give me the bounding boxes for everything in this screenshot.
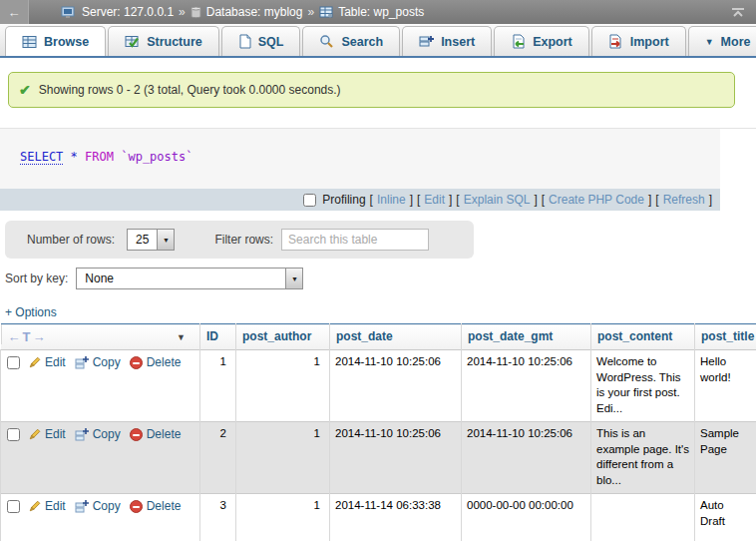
inline-link[interactable]: Inline [377,193,406,207]
column-header-id[interactable]: ID [200,324,236,350]
transpose-icon[interactable]: ←T→ [8,329,48,344]
sql-query-box: SELECT * FROM `wp_posts` Profiling [ Inl… [0,129,720,211]
breadcrumb-separator: » [179,5,186,19]
copy-row-link[interactable]: Copy [75,354,121,370]
column-header-post-title[interactable]: post_title [695,324,756,350]
results-table: ←T→ ▼ ID post_author post_date post_date… [0,323,756,541]
tab-structure[interactable]: Structure [108,26,219,56]
success-check-icon: ✔ [19,82,31,98]
table-row: Edit Copy Delete 1 1 2014-11-10 10:25:06… [1,350,756,422]
sql-star: * [71,150,78,164]
tab-export[interactable]: Export [494,26,589,56]
tab-import[interactable]: Import [591,26,686,56]
bracket: ] [709,193,712,207]
edit-row-link[interactable]: Edit [28,426,66,442]
sql-table-name: `wp_posts` [121,150,192,164]
pencil-icon [28,500,41,513]
breadcrumb-table[interactable]: Table: wp_posts [338,5,424,19]
bracket: [ [417,193,420,207]
server-icon [61,6,77,19]
pencil-icon [28,356,41,369]
row-checkbox[interactable] [7,428,20,441]
cell-post-date: 2014-11-10 10:25:06 [330,350,462,422]
bracket: [ [370,193,373,207]
row-checkbox[interactable] [7,500,20,513]
rows-per-page-select[interactable]: 25 ▼ [127,229,175,251]
tab-label: SQL [258,35,284,49]
cell-post-author: 1 [236,350,330,422]
bracket: [ [655,193,658,207]
cell-post-title: Auto Draft [695,494,756,541]
delete-icon [130,500,143,513]
breadcrumb-database[interactable]: Database: myblog [206,5,303,19]
chevron-down-icon: ▼ [705,37,714,47]
edit-row-link[interactable]: Edit [28,354,66,370]
bracket: ] [449,193,452,207]
options-toggle[interactable]: + Options [5,305,75,319]
import-icon [608,34,623,49]
tab-insert[interactable]: Insert [402,26,492,56]
insert-icon [419,34,434,49]
delete-row-link[interactable]: Delete [130,426,182,442]
status-message: ✔ Showing rows 0 - 2 (3 total, Query too… [8,72,735,108]
select-arrow-icon: ▼ [285,269,302,288]
create-php-code-link[interactable]: Create PHP Code [549,193,644,207]
sort-row: Sort by key: None ▼ [5,268,756,289]
tab-sql[interactable]: SQL [221,26,301,56]
explain-sql-link[interactable]: Explain SQL [464,193,531,207]
search-icon [319,34,334,49]
column-header-post-content[interactable]: post_content [591,324,695,350]
copy-row-link[interactable]: Copy [75,498,121,514]
copy-row-link[interactable]: Copy [75,426,121,442]
tab-label: Export [533,35,572,49]
column-header-post-date[interactable]: post_date [330,324,462,350]
sql-keyword-select[interactable]: SELECT [20,150,63,165]
refresh-link[interactable]: Refresh [663,193,705,207]
edit-row-link[interactable]: Edit [28,498,66,514]
row-actions: Edit Copy Delete [1,494,200,541]
cell-post-author: 1 [236,494,330,541]
table-icon [319,6,333,18]
copy-icon [75,427,89,441]
nav-panel-toggle[interactable]: ← [0,0,29,24]
cell-post-date: 2014-11-14 06:33:38 [330,494,462,541]
bracket: [ [542,193,545,207]
structure-icon [125,35,140,49]
tab-search[interactable]: Search [302,26,400,56]
column-options-icon[interactable]: ▼ [177,332,186,342]
tab-more[interactable]: ▼ More [688,26,756,56]
select-arrow-icon: ▼ [157,230,174,250]
sql-keyword-from: FROM [85,150,114,164]
copy-icon [75,355,89,369]
tab-label: Browse [44,35,89,49]
column-header-post-date-gmt[interactable]: post_date_gmt [462,324,591,350]
collapse-icon[interactable] [730,7,746,18]
column-header-post-author[interactable]: post_author [236,324,330,350]
sql-icon [238,34,251,49]
tab-label: More [721,35,751,49]
cell-id: 1 [200,350,236,422]
delete-label: Delete [147,498,182,514]
cell-post-content: This is an example page. It's different … [591,422,695,494]
sort-by-key-label: Sort by key: [5,271,68,285]
delete-label: Delete [147,426,182,442]
copy-label: Copy [93,498,121,514]
delete-row-link[interactable]: Delete [130,498,182,514]
export-icon [511,34,526,49]
profiling-checkbox[interactable] [303,194,316,207]
profiling-label: Profiling [322,193,365,207]
cell-id: 2 [200,422,236,494]
cell-post-date-gmt: 2014-11-10 10:25:06 [462,350,591,422]
rows-control-bar: Number of rows: 25 ▼ Filter rows: [5,221,474,259]
filter-input[interactable] [281,229,429,251]
edit-link[interactable]: Edit [424,193,445,207]
cell-post-date: 2014-11-10 10:25:06 [330,422,462,494]
back-arrow-icon: ← [8,5,21,20]
tab-browse[interactable]: Browse [5,26,106,56]
cell-id: 3 [200,494,236,541]
delete-row-link[interactable]: Delete [130,354,182,370]
row-actions: Edit Copy Delete [1,422,200,494]
breadcrumb-server[interactable]: Server: 127.0.0.1 [82,5,174,19]
sort-key-select[interactable]: None ▼ [76,268,303,289]
row-checkbox[interactable] [7,356,20,369]
